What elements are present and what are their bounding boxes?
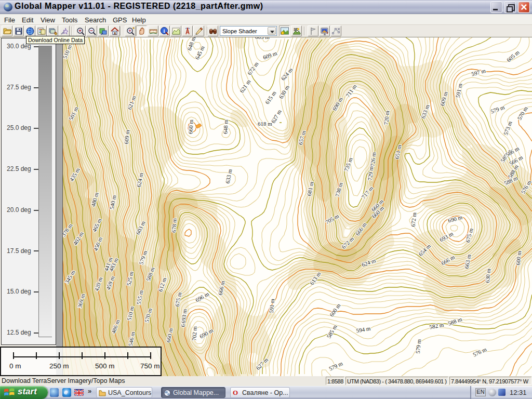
- svg-text:i: i: [164, 28, 165, 34]
- svg-text:702 m: 702 m: [191, 326, 198, 341]
- svg-text:693 m: 693 m: [180, 309, 188, 324]
- svg-text:618 m: 618 m: [258, 121, 272, 127]
- svg-text:726 m: 726 m: [369, 152, 377, 167]
- svg-text:660 m: 660 m: [188, 119, 194, 134]
- svg-text:672 m: 672 m: [410, 212, 417, 227]
- svg-text:600 m: 600 m: [515, 250, 522, 265]
- svg-text:603 m: 603 m: [255, 37, 270, 40]
- svg-text:720 m: 720 m: [383, 110, 390, 125]
- svg-text:729 m: 729 m: [367, 166, 374, 181]
- svg-text:630 m: 630 m: [484, 268, 491, 283]
- svg-text:678 m: 678 m: [171, 218, 178, 233]
- svg-text:648 m: 648 m: [222, 119, 229, 134]
- svg-text:591 m: 591 m: [268, 298, 275, 313]
- svg-text:579 m: 579 m: [415, 339, 422, 354]
- svg-text:609 m: 609 m: [123, 129, 130, 144]
